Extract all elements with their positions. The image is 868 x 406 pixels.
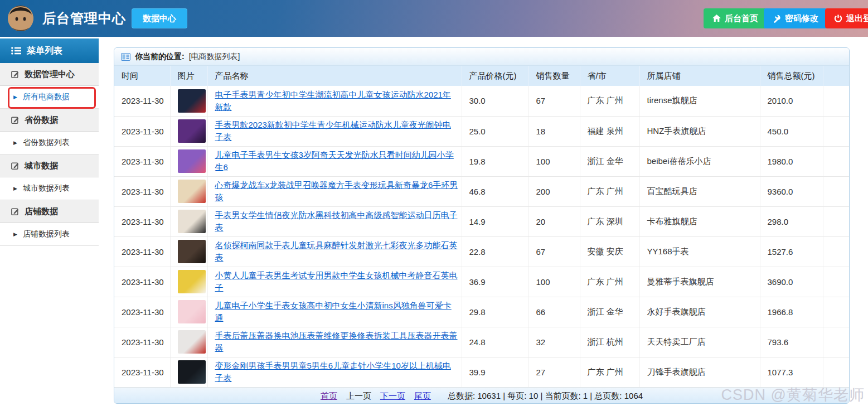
- cell-date: 2023-11-30: [114, 267, 170, 297]
- cell-quantity: 27: [528, 357, 580, 387]
- data-center-button[interactable]: 数据中心: [132, 8, 187, 28]
- change-password-button[interactable]: 密码修改: [764, 8, 827, 28]
- cell-total: 3690.0: [760, 267, 823, 297]
- table-row: 2023-11-30儿童电子小学生手表女孩高中初中女生小清新ins风独角兽可爱卡…: [114, 297, 849, 327]
- sidebar-sub-item[interactable]: ▶所有电商数据: [0, 86, 99, 109]
- cell-empty: [823, 357, 849, 387]
- cell-empty: [823, 297, 849, 327]
- product-thumbnail[interactable]: [178, 119, 206, 143]
- cell-total: 1980.0: [760, 146, 823, 176]
- sidebar-sub-item[interactable]: ▶省份数据列表: [0, 132, 99, 154]
- pagination-next-link[interactable]: 下一页: [380, 391, 405, 402]
- cell-date: 2023-11-30: [114, 146, 170, 176]
- edit-icon: [11, 116, 19, 124]
- logout-label: 退出登录: [846, 8, 868, 28]
- breadcrumb-label: 你当前的位置:: [135, 52, 185, 62]
- table-row: 2023-11-30儿童电子手表男生女孩3岁阿奇天天发光防水只看时间幼儿园小学生…: [114, 146, 849, 176]
- cell-empty: [823, 176, 849, 206]
- cell-region: 安徽 安庆: [580, 236, 639, 267]
- cell-price: 46.8: [462, 176, 528, 206]
- edit-icon: [11, 207, 19, 215]
- product-name-link[interactable]: 电子手表男青少年初中学生潮流初高中儿童女孩运动防水2021年新款: [215, 89, 458, 113]
- product-thumbnail[interactable]: [178, 180, 206, 203]
- cell-empty: [823, 146, 849, 176]
- cell-shop: 曼雅蒂手表旗舰店: [639, 267, 760, 297]
- product-thumbnail[interactable]: [178, 240, 206, 263]
- sidebar-category-item[interactable]: 店铺数据: [0, 200, 99, 223]
- sidebar-category-item[interactable]: 数据管理中心: [0, 63, 99, 86]
- cell-product-name: 名侦探柯南同款手表儿童玩具麻醉针发射激光七彩夜光多功能石英表: [207, 236, 462, 267]
- cell-image: [170, 176, 207, 206]
- backend-home-button[interactable]: 后台首页: [704, 8, 767, 28]
- table-column-header: 时间: [114, 66, 170, 86]
- table-column-header: 销售总额(元): [760, 66, 823, 86]
- product-name-link[interactable]: 儿童电子小学生手表女孩高中初中女生小清新ins风独角兽可爱卡通: [215, 299, 458, 324]
- product-thumbnail[interactable]: [178, 89, 206, 113]
- table-header-row: 时间图片产品名称产品价格(元)销售数量省/市所属店铺销售总额(元): [114, 66, 849, 86]
- cell-price: 25.0: [462, 116, 528, 146]
- table-column-header: 所属店铺: [639, 66, 760, 86]
- cell-quantity: 100: [528, 267, 580, 297]
- cell-image: [170, 236, 207, 267]
- cell-quantity: 200: [528, 176, 580, 206]
- cell-image: [170, 86, 207, 116]
- sidebar-sub-item[interactable]: ▶店铺数据列表: [0, 223, 99, 246]
- table-column-header: 产品价格(元): [462, 66, 528, 86]
- cell-shop: YY168手表: [639, 236, 760, 267]
- product-thumbnail[interactable]: [178, 210, 206, 233]
- table-column-header: 产品名称: [207, 66, 462, 86]
- cell-image: [170, 267, 207, 297]
- cell-date: 2023-11-30: [114, 357, 170, 387]
- arrow-right-icon: ▶: [13, 231, 17, 237]
- product-name-link[interactable]: 手表后盖压盖器换电池压表盖维修更换修表拆装工具压表器开表盖器: [215, 330, 458, 354]
- sidebar-item-label: 数据管理中心: [25, 69, 75, 80]
- sidebar-item-label: 省份数据: [25, 115, 58, 125]
- cell-product-name: 手表男款2023新款初中学生青少年机械运动防水儿童夜光闹钟电子表: [207, 116, 462, 146]
- page-title: 后台管理中心: [42, 0, 126, 37]
- sidebar-sub-item[interactable]: ▶城市数据列表: [0, 177, 99, 200]
- cell-price: 30.0: [462, 86, 528, 116]
- product-name-link[interactable]: 手表男女学生情侣夜光防水黑科技初高中高级感智能运动日历电子表: [215, 209, 458, 234]
- sidebar-item-label: 店铺数据: [25, 206, 58, 217]
- power-icon: [834, 14, 842, 23]
- cell-product-name: 儿童电子手表男生女孩3岁阿奇天天发光防水只看时间幼儿园小学生6: [207, 146, 462, 176]
- cell-quantity: 32: [528, 327, 580, 357]
- cell-date: 2023-11-30: [114, 176, 170, 206]
- product-name-link[interactable]: 儿童电子手表男生女孩3岁阿奇天天发光防水只看时间幼儿园小学生6: [215, 149, 458, 173]
- pagination-prev-link[interactable]: 上一页: [346, 391, 371, 402]
- product-name-link[interactable]: 名侦探柯南同款手表儿童玩具麻醉针发射激光七彩夜光多功能石英表: [215, 239, 458, 264]
- cell-empty: [823, 327, 849, 357]
- cell-total: 1077.3: [760, 357, 823, 387]
- backend-home-label: 后台首页: [725, 8, 758, 28]
- cell-image: [170, 206, 207, 236]
- cell-date: 2023-11-30: [114, 297, 170, 327]
- cell-quantity: 67: [528, 86, 580, 116]
- sidebar-category-item[interactable]: 省份数据: [0, 109, 99, 132]
- product-name-link[interactable]: 心奇爆龙战车x龙装战甲召唤器魔方手表变形玩具新奇暴龙6手环男孩: [215, 179, 458, 204]
- cell-price: 14.9: [462, 206, 528, 236]
- cell-product-name: 小黄人儿童手表男生考试专用男款中学生女孩机械中考静音石英电子: [207, 267, 462, 297]
- table-row: 2023-11-30电子手表男青少年初中学生潮流初高中儿童女孩运动防水2021年…: [114, 86, 849, 116]
- cell-shop: HNZ手表旗舰店: [639, 116, 760, 146]
- logout-button[interactable]: 退出登录: [825, 8, 868, 28]
- cell-price: 36.9: [462, 267, 528, 297]
- sidebar-category-item[interactable]: 城市数据: [0, 154, 99, 177]
- product-name-link[interactable]: 小黄人儿童手表男生考试专用男款中学生女孩机械中考静音石英电子: [215, 269, 458, 294]
- pagination-last-link[interactable]: 尾页: [414, 391, 431, 402]
- pagination-first-link[interactable]: 首页: [321, 391, 337, 402]
- cell-shop: 刀锋手表旗舰店: [639, 357, 760, 387]
- product-name-link[interactable]: 手表男款2023新款初中学生青少年机械运动防水儿童夜光闹钟电子表: [215, 119, 458, 143]
- product-thumbnail[interactable]: [178, 149, 206, 173]
- cell-empty: [823, 267, 849, 297]
- sidebar-item-label: 所有电商数据: [23, 92, 70, 102]
- product-thumbnail[interactable]: [178, 360, 206, 384]
- table-row: 2023-11-30小黄人儿童手表男生考试专用男款中学生女孩机械中考静音石英电子…: [114, 267, 849, 297]
- cell-quantity: 100: [528, 146, 580, 176]
- pagination-summary: 总数据: 10631 | 每页: 10 | 当前页数: 1 | 总页数: 106…: [448, 391, 643, 402]
- product-thumbnail[interactable]: [178, 300, 206, 323]
- product-name-link[interactable]: 变形金刚男孩手表男男童5男生6儿童走针小学生10岁以上机械电子表: [215, 360, 458, 384]
- sidebar-item-label: 城市数据: [25, 161, 58, 171]
- product-thumbnail[interactable]: [178, 270, 206, 293]
- cell-date: 2023-11-30: [114, 86, 170, 116]
- product-thumbnail[interactable]: [178, 330, 206, 354]
